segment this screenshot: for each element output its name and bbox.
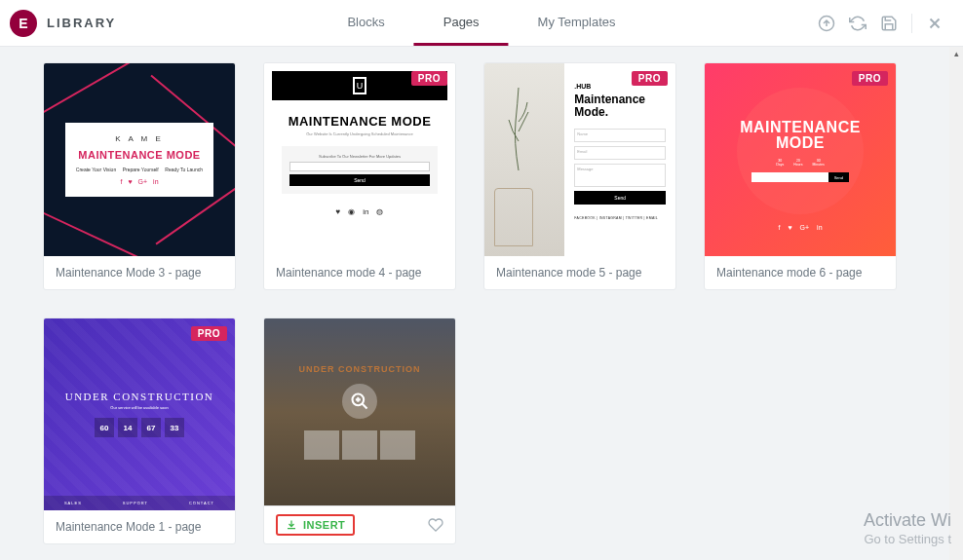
preview-heading: MAINTENANCE MODE	[272, 114, 447, 129]
pro-badge: PRO	[191, 326, 227, 341]
tabs: Blocks Pages My Templates	[318, 0, 644, 46]
svg-line-4	[363, 403, 367, 408]
preview-heading: UNDER CONSTRUCTION	[299, 364, 421, 374]
download-icon	[286, 519, 297, 531]
close-icon[interactable]	[926, 15, 944, 32]
template-preview[interactable]: UNDER CONSTRUCTION	[264, 318, 455, 506]
upload-icon[interactable]	[818, 15, 835, 32]
magnify-icon[interactable]	[342, 384, 377, 419]
social-icons: f♥G+in	[73, 178, 207, 185]
template-card[interactable]: K A M E MAINTENANCE MODE Create Your Vis…	[43, 62, 236, 290]
social-icons: f♥G+in	[778, 224, 822, 231]
preview-sub: Our Website Is Currently Undergoing Sche…	[272, 131, 447, 136]
countdown-timers: 30Days 23Hours 30Minutes	[776, 159, 825, 167]
preview-heading: MAINTENANCE MODE	[73, 149, 207, 161]
favorite-icon[interactable]	[428, 517, 443, 533]
template-title: Maintenance Mode 3 - page	[44, 256, 235, 289]
elementor-logo-icon: E	[10, 10, 37, 37]
library-title: LIBRARY	[47, 16, 116, 30]
template-preview: K A M E MAINTENANCE MODE Create Your Vis…	[44, 63, 235, 256]
template-title: Maintenance mode 5 - page	[484, 256, 675, 289]
template-preview: PRO MAINTENANCE MODE 30Days 23Hours 30Mi…	[705, 63, 896, 256]
windows-watermark: Activate Wi Go to Settings t	[864, 509, 951, 548]
logo-area: E LIBRARY	[0, 10, 116, 37]
pro-badge: PRO	[852, 71, 888, 86]
social-icons: ♥◉in◍	[272, 207, 447, 216]
template-title: Maintenance Mode 1 - page	[44, 510, 235, 543]
templates-grid: K A M E MAINTENANCE MODE Create Your Vis…	[0, 47, 963, 560]
card-footer: INSERT	[264, 505, 455, 543]
preview-logo-icon: U	[353, 77, 366, 94]
scrollbar[interactable]: ▴	[949, 47, 963, 560]
divider	[911, 14, 912, 33]
pro-badge: PRO	[632, 71, 668, 86]
preview-heading: UNDER CONSTRUCTION	[65, 391, 214, 402]
template-preview: PRO UNDER CONSTRUCTION Our service will …	[44, 318, 235, 511]
tab-pages[interactable]: Pages	[414, 0, 509, 46]
template-preview: PRO .HUB Maintenance Mode. Name Email Me…	[484, 63, 675, 256]
sync-icon[interactable]	[849, 15, 867, 32]
preview-logo: K A M E	[73, 134, 207, 143]
pro-badge: PRO	[411, 71, 447, 86]
header-actions	[818, 14, 963, 33]
template-card-hover[interactable]: UNDER CONSTRUCTION INSERT	[263, 317, 456, 545]
template-title: Maintenance mode 4 - page	[264, 256, 455, 289]
save-icon[interactable]	[880, 15, 898, 32]
preview-footer: SALES SUPPORT CONTACT	[44, 496, 235, 510]
tab-my-templates[interactable]: My Templates	[509, 0, 645, 46]
scroll-up-icon[interactable]: ▴	[949, 47, 963, 60]
header: E LIBRARY Blocks Pages My Templates	[0, 0, 963, 47]
template-card[interactable]: PRO .HUB Maintenance Mode. Name Email Me…	[483, 62, 676, 290]
template-card[interactable]: PRO MAINTENANCE MODE 30Days 23Hours 30Mi…	[704, 62, 897, 290]
template-card[interactable]: PRO UNDER CONSTRUCTION Our service will …	[43, 317, 236, 545]
preview-heading: Maintenance Mode.	[574, 93, 666, 119]
template-card[interactable]: PRO U MAINTENANCE MODE Our Website Is Cu…	[263, 62, 456, 290]
template-title: Maintenance mode 6 - page	[705, 256, 896, 289]
tab-blocks[interactable]: Blocks	[318, 0, 413, 46]
countdown-timers: 60 14 67 33	[95, 418, 184, 437]
insert-button[interactable]: INSERT	[276, 514, 355, 536]
preview-heading: MAINTENANCE MODE	[737, 120, 864, 151]
template-preview: PRO U MAINTENANCE MODE Our Website Is Cu…	[264, 63, 455, 256]
